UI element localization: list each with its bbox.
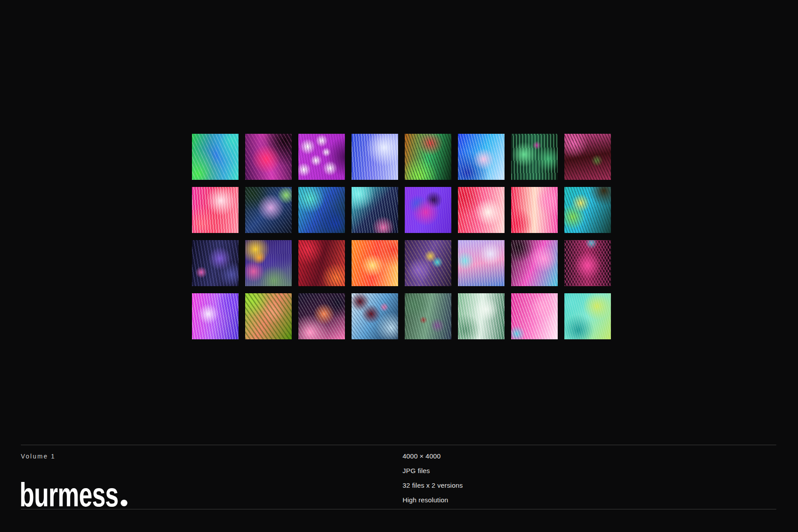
texture-21 <box>405 240 451 286</box>
texture-12 <box>352 187 398 233</box>
footer-divider-top <box>21 445 776 445</box>
texture-10 <box>245 187 292 233</box>
spec-line: High resolution <box>403 497 463 504</box>
page: { "colors": { "background": "#0a0a0b", "… <box>0 0 798 532</box>
texture-26 <box>245 293 292 339</box>
texture-27 <box>298 293 345 339</box>
brand-logo-dot <box>121 500 127 506</box>
texture-05 <box>405 134 451 180</box>
texture-09 <box>192 187 239 233</box>
texture-07 <box>511 134 558 180</box>
texture-30 <box>458 293 505 339</box>
texture-28 <box>352 293 398 339</box>
texture-08 <box>564 134 611 180</box>
texture-20 <box>352 240 398 286</box>
texture-24 <box>564 240 611 286</box>
texture-16 <box>564 187 611 233</box>
texture-grid <box>192 134 611 339</box>
footer-divider-bottom <box>21 509 776 509</box>
brand-logo-text: burmess <box>20 476 118 513</box>
spec-line: 4000 × 4000 <box>403 453 463 460</box>
texture-13 <box>405 187 451 233</box>
texture-31 <box>511 293 558 339</box>
texture-32 <box>564 293 611 339</box>
volume-label: Volume 1 <box>21 453 55 460</box>
texture-23 <box>511 240 558 286</box>
texture-02 <box>245 134 292 180</box>
brand-logo: burmess <box>20 478 127 512</box>
spec-line: JPG files <box>403 467 463 474</box>
product-specs: 4000 × 4000JPG files32 files x 2 version… <box>403 453 463 504</box>
spec-line: 32 files x 2 versions <box>403 482 463 489</box>
texture-14 <box>458 187 505 233</box>
texture-03 <box>298 134 345 180</box>
texture-29 <box>405 293 451 339</box>
texture-06 <box>458 134 505 180</box>
texture-15 <box>511 187 558 233</box>
texture-01 <box>192 134 239 180</box>
texture-19 <box>298 240 345 286</box>
texture-25 <box>192 293 239 339</box>
texture-04 <box>352 134 398 180</box>
texture-17 <box>192 240 239 286</box>
texture-18 <box>245 240 292 286</box>
texture-11 <box>298 187 345 233</box>
texture-22 <box>458 240 505 286</box>
